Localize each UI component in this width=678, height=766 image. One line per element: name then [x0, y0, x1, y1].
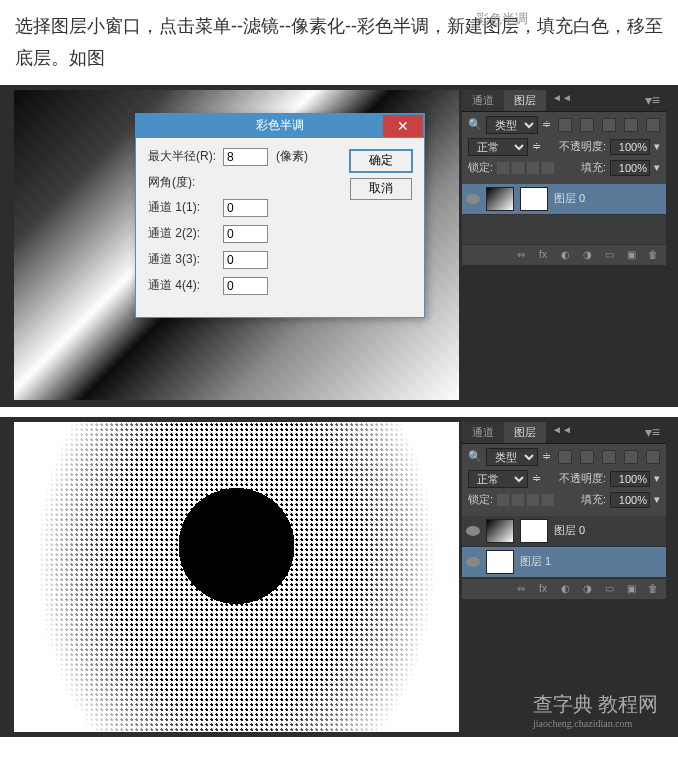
cancel-button[interactable]: 取消 [350, 178, 412, 200]
panel-footer: ⇔ fx ◐ ◑ ▭ ▣ 🗑 [462, 578, 666, 599]
layer-thumbnail[interactable] [486, 187, 514, 211]
tab-channels[interactable]: 通道 [462, 90, 504, 111]
lock-all-icon[interactable] [542, 494, 554, 506]
filter-text-icon[interactable] [602, 450, 616, 464]
panel-menu-icon[interactable]: ▾≡ [639, 422, 666, 443]
chevron-down-icon: ▾ [654, 161, 660, 174]
max-radius-input[interactable] [223, 148, 268, 166]
adjustment-icon[interactable]: ◑ [580, 249, 594, 261]
tab-channels[interactable]: 通道 [462, 422, 504, 443]
lock-label: 锁定: [468, 160, 493, 175]
opacity-input[interactable] [610, 139, 650, 155]
layer-name[interactable]: 图层 0 [554, 191, 585, 206]
layer-row[interactable]: 图层 0 [462, 516, 666, 547]
filter-adjust-icon[interactable] [580, 450, 594, 464]
unit-label: (像素) [276, 148, 308, 165]
ok-button[interactable]: 确定 [350, 150, 412, 172]
filter-type-select[interactable]: 类型 [486, 116, 538, 134]
filter-shape-icon[interactable] [624, 450, 638, 464]
filter-pixel-icon[interactable] [558, 450, 572, 464]
filter-pixel-icon[interactable] [558, 118, 572, 132]
new-layer-icon[interactable]: ▣ [624, 249, 638, 261]
lock-position-icon[interactable] [527, 494, 539, 506]
filter-type-select[interactable]: 类型 [486, 448, 538, 466]
panel-collapse-icon[interactable]: ◄◄ [546, 422, 578, 443]
mask-icon[interactable]: ◐ [558, 249, 572, 261]
adjustment-icon[interactable]: ◑ [580, 583, 594, 595]
link-layers-icon[interactable]: ⇔ [514, 249, 528, 261]
opacity-label: 不透明度: [559, 139, 606, 154]
lock-label: 锁定: [468, 492, 493, 507]
layers-list: 图层 0 [462, 184, 666, 244]
lock-pixels-icon[interactable] [512, 162, 524, 174]
close-button[interactable]: ✕ [383, 115, 423, 137]
channel2-input[interactable] [223, 225, 268, 243]
channel3-input[interactable] [223, 251, 268, 269]
channel1-input[interactable] [223, 199, 268, 217]
chevron-down-icon: ▾ [654, 472, 660, 485]
layer-thumbnail[interactable] [486, 519, 514, 543]
dialog-body: 最大半径(R): (像素) 网角(度): 通道 1(1): 通道 2(2): 通… [136, 138, 424, 317]
filter-smart-icon[interactable] [646, 118, 660, 132]
filter-shape-icon[interactable] [624, 118, 638, 132]
max-radius-label: 最大半径(R): [148, 148, 223, 165]
chevron-down-icon: ▾ [654, 493, 660, 506]
fx-icon[interactable]: fx [536, 583, 550, 595]
visibility-icon[interactable] [466, 557, 480, 567]
screenshot-2: 通道 图层 ◄◄ ▾≡ 🔍 类型 ≑ 正常 ≑ 不透明度: [0, 417, 678, 737]
delete-icon[interactable]: 🗑 [646, 583, 660, 595]
dialog-titlebar[interactable]: 彩色半调 ✕ [136, 114, 424, 138]
panel-collapse-icon[interactable]: ◄◄ [546, 90, 578, 111]
opacity-input[interactable] [610, 471, 650, 487]
lock-all-icon[interactable] [542, 162, 554, 174]
visibility-icon[interactable] [466, 194, 480, 204]
channel3-label: 通道 3(3): [148, 251, 223, 268]
fill-input[interactable] [610, 492, 650, 508]
filter-adjust-icon[interactable] [580, 118, 594, 132]
halftone-result-image [14, 422, 459, 732]
search-icon: 🔍 [468, 118, 482, 131]
lock-pixels-icon[interactable] [512, 494, 524, 506]
tab-layers[interactable]: 图层 [504, 422, 546, 443]
layers-panel: 通道 图层 ◄◄ ▾≡ 🔍 类型 ≑ 正常 ≑ 不透明度: [462, 422, 666, 599]
close-icon: ✕ [397, 118, 409, 134]
opacity-label: 不透明度: [559, 471, 606, 486]
search-icon: 🔍 [468, 450, 482, 463]
filter-text-icon[interactable] [602, 118, 616, 132]
blend-mode-select[interactable]: 正常 [468, 470, 528, 488]
layer-thumbnail[interactable] [486, 550, 514, 574]
chevron-down-icon: ≑ [532, 472, 541, 485]
layer-row[interactable]: 图层 0 [462, 184, 666, 215]
canvas-area[interactable] [14, 422, 459, 732]
lock-transparent-icon[interactable] [497, 494, 509, 506]
fill-input[interactable] [610, 160, 650, 176]
channel4-input[interactable] [223, 277, 268, 295]
delete-icon[interactable]: 🗑 [646, 249, 660, 261]
chevron-down-icon: ≑ [532, 140, 541, 153]
blend-mode-select[interactable]: 正常 [468, 138, 528, 156]
filter-smart-icon[interactable] [646, 450, 660, 464]
lock-position-icon[interactable] [527, 162, 539, 174]
group-icon[interactable]: ▭ [602, 249, 616, 261]
group-icon[interactable]: ▭ [602, 583, 616, 595]
color-halftone-dialog: 彩色半调 ✕ 最大半径(R): (像素) 网角(度): 通道 1(1): 通道 … [135, 113, 425, 318]
channel1-label: 通道 1(1): [148, 199, 223, 216]
link-layers-icon[interactable]: ⇔ [514, 583, 528, 595]
layer-row[interactable]: 图层 1 [462, 547, 666, 578]
new-layer-icon[interactable]: ▣ [624, 583, 638, 595]
channel2-label: 通道 2(2): [148, 225, 223, 242]
fill-label: 填充: [581, 160, 606, 175]
layer-name[interactable]: 图层 1 [520, 554, 551, 569]
mask-icon[interactable]: ◐ [558, 583, 572, 595]
layer-name[interactable]: 图层 0 [554, 523, 585, 538]
watermark: 查字典 教程网 jiaocheng.chazidian.com [533, 691, 658, 729]
chevron-down-icon: ▾ [654, 140, 660, 153]
visibility-icon[interactable] [466, 526, 480, 536]
dialog-title: 彩色半调 [136, 117, 424, 134]
panel-menu-icon[interactable]: ▾≡ [639, 90, 666, 111]
tab-layers[interactable]: 图层 [504, 90, 546, 111]
fx-icon[interactable]: fx [536, 249, 550, 261]
layer-mask-thumbnail[interactable] [520, 519, 548, 543]
lock-transparent-icon[interactable] [497, 162, 509, 174]
layer-mask-thumbnail[interactable] [520, 187, 548, 211]
